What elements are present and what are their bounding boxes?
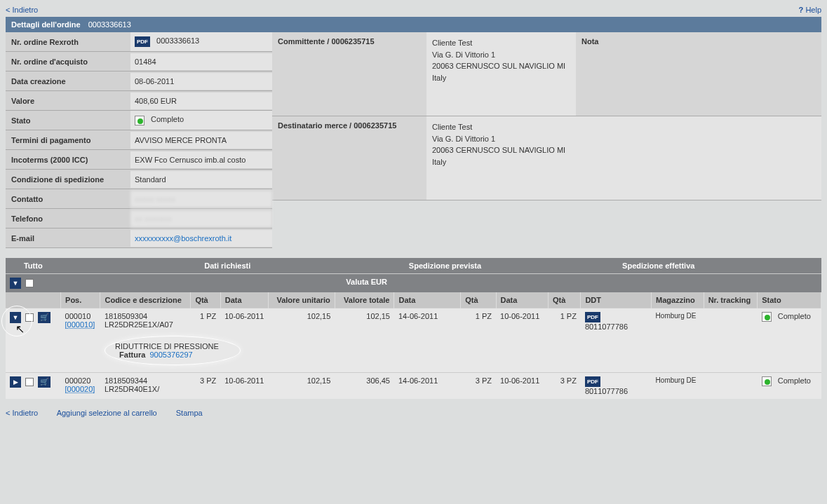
bottom-links: < Indietro Aggiungi selezione al carrell… — [6, 409, 821, 417]
value-stato: Completo — [130, 111, 272, 129]
cursor-icon: ↖ — [15, 322, 25, 336]
nr-rexroth-text: 0003336613 — [156, 36, 199, 45]
cell-ddt: PDF 8011077786 — [581, 373, 652, 400]
value-nr-rexroth: PDF 0003336613 — [130, 32, 272, 51]
page-title-bar: Dettagli dell'ordine 0003336613 — [6, 17, 821, 32]
pos-sub-link[interactable]: [000010] — [65, 320, 96, 329]
col-qtaprev: Qtà — [461, 292, 496, 308]
status-dot-icon — [135, 116, 144, 125]
back-link-bottom[interactable]: < Indietro — [6, 409, 38, 417]
cell-codice: 1818509304 LR25DR25E1X/A07 — [100, 308, 191, 335]
cell-dataprev: 14-06-2011 — [394, 373, 461, 400]
cart-icon[interactable]: 🛒 — [38, 376, 51, 388]
email-link[interactable]: xxxxxxxxxx@boschrexroth.it — [135, 234, 231, 243]
cell-pos: 000020 [000020] — [61, 373, 100, 400]
expand-all-button[interactable]: ▼ — [10, 278, 21, 289]
label-data-creazione: Data creazione — [6, 73, 130, 90]
committente-header: Committente / 0006235715 — [272, 32, 426, 116]
cell-data: 10-06-2011 — [220, 308, 268, 335]
destinatario-body: Cliente Test Via G. Di Vittorio 1 20063 … — [426, 116, 576, 200]
help-link[interactable]: Help — [799, 6, 821, 14]
print-link[interactable]: Stampa — [176, 409, 203, 417]
pdf-icon[interactable]: PDF — [135, 36, 150, 47]
destinatario-header: Destinatario merce / 0006235715 — [272, 116, 426, 200]
col-magazzino: Magazzino — [652, 292, 704, 308]
value-email[interactable]: xxxxxxxxxx@boschrexroth.it — [130, 230, 272, 247]
col-valunit: Valore unitario — [269, 292, 335, 308]
value-data-creazione: 08-06-2011 — [130, 73, 272, 90]
col-data: Data — [220, 292, 268, 308]
cell-qtaprev: 3 PZ — [461, 373, 496, 400]
committente-addr2: 20063 CERNUSCO SUL NAVIGLIO MI — [432, 60, 570, 72]
group-tutto: Tutto — [6, 258, 61, 274]
col-tracking: Nr. tracking — [704, 292, 758, 308]
pdf-icon[interactable]: PDF — [585, 312, 600, 322]
status-dot-icon — [762, 312, 772, 322]
expand-row-button[interactable]: ▼ — [10, 312, 21, 323]
col-dataprev: Data — [394, 292, 461, 308]
cell-valtot: 306,45 — [335, 373, 394, 400]
cell-magazzino: Homburg DE — [652, 373, 704, 400]
destinatario-addr1: Via G. Di Vittorio 1 — [432, 133, 570, 145]
row-checkbox[interactable] — [25, 378, 34, 386]
label-nr-rexroth: Nr. ordine Rexroth — [6, 34, 130, 50]
cart-icon[interactable]: 🛒 — [38, 312, 51, 323]
pos-sub-link[interactable]: [000020] — [65, 385, 96, 393]
col-valtot: Valore totale — [335, 292, 394, 308]
label-nr-acquisto: Nr. ordine d'acquisto — [6, 53, 130, 70]
fattura-link[interactable]: 9005376297 — [150, 350, 193, 359]
cell-qtaprev: 1 PZ — [461, 308, 496, 335]
col-dataeff: Data — [496, 292, 549, 308]
label-termini: Termini di pagamento — [6, 132, 130, 149]
page-title-ordernum: 0003336613 — [88, 20, 131, 29]
nota-header: Nota — [576, 32, 821, 116]
cell-qta: 1 PZ — [191, 308, 220, 335]
value-contatto: xxxxx xxxxx — [130, 191, 272, 207]
fattura-label: Fattura — [119, 350, 145, 359]
cell-tracking — [704, 373, 758, 400]
cell-pos: 000010 [000010] — [61, 308, 100, 335]
value-nr-acquisto: 01484 — [130, 53, 272, 70]
expand-row-button[interactable]: ▶ — [10, 376, 21, 388]
cell-valtot: 102,15 — [335, 308, 394, 335]
cell-dataeff: 10-06-2011 — [496, 308, 549, 335]
destinatario-addr2: 20063 CERNUSCO SUL NAVIGLIO MI — [432, 144, 570, 156]
cell-tracking — [704, 308, 758, 335]
label-valore: Valore — [6, 93, 130, 109]
value-incoterms: EXW Fco Cernusco imb.al costo — [130, 151, 272, 168]
order-detail-panel: Nr. ordine Rexroth PDF 0003336613 Nr. or… — [6, 32, 272, 248]
group-sped-prev: Spedizione prevista — [394, 258, 496, 274]
committente-addr1: Via G. Di Vittorio 1 — [432, 49, 570, 61]
cell-valunit: 102,15 — [269, 373, 335, 400]
value-telefono: xx xxxxxxx — [130, 210, 272, 227]
col-pos: Pos. — [61, 292, 100, 308]
currency-label: Valuta EUR — [61, 274, 394, 293]
committente-name: Cliente Test — [432, 37, 570, 49]
cell-ddt: PDF 8011077786 — [581, 308, 652, 335]
cell-stato: Completo — [758, 373, 821, 400]
col-stato: Stato — [758, 292, 821, 308]
label-email: E-mail — [6, 230, 130, 247]
select-all-checkbox[interactable] — [25, 279, 34, 287]
cell-qtaeff: 3 PZ — [549, 373, 581, 400]
committente-body: Cliente Test Via G. Di Vittorio 1 20063 … — [426, 32, 576, 116]
cell-stato: Completo — [758, 308, 821, 335]
label-incoterms: Incoterms (2000 ICC) — [6, 151, 130, 168]
back-link-top[interactable]: < Indietro — [6, 6, 38, 14]
group-sped-eff: Spedizione effettiva — [496, 258, 821, 274]
nota-body — [576, 116, 821, 200]
detail-desc: RIDUTTRICE DI PRESSIONE — [115, 342, 219, 350]
line-items-table: Tutto Dati richiesti Spedizione prevista… — [6, 258, 821, 399]
add-to-cart-link[interactable]: Aggiungi selezione al carrello — [57, 409, 157, 417]
label-condsped: Condizione di spedizione — [6, 171, 130, 188]
group-dati: Dati richiesti — [61, 258, 394, 274]
table-row: ▼ 🛒 ↖ 000010 [000010] 1818509304 LR25DR2… — [6, 308, 821, 335]
label-stato: Stato — [6, 112, 130, 129]
cell-qta: 3 PZ — [191, 373, 220, 400]
label-contatto: Contatto — [6, 191, 130, 207]
col-ddt: DDT — [581, 292, 652, 308]
value-termini: AVVISO MERCE PRONTA — [130, 132, 272, 149]
pdf-icon[interactable]: PDF — [585, 376, 600, 387]
status-dot-icon — [762, 376, 772, 386]
row-checkbox[interactable] — [25, 313, 34, 322]
